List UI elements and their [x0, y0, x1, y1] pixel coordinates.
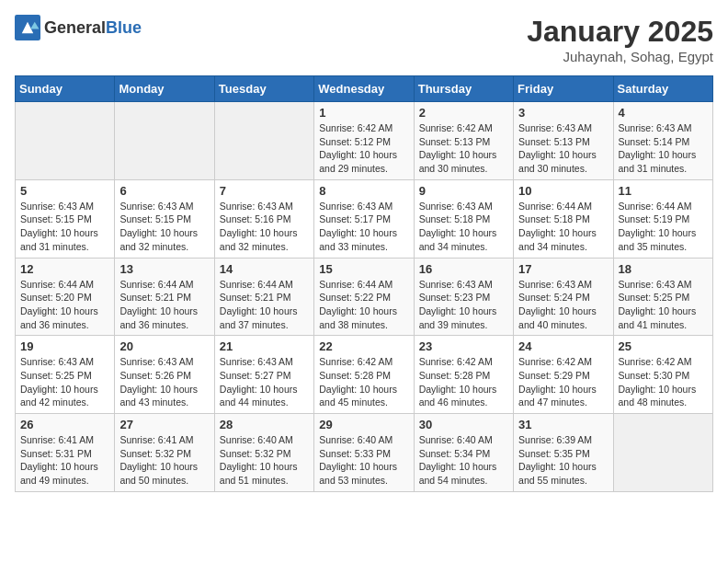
- day-info: Sunrise: 6:44 AM Sunset: 5:20 PM Dayligh…: [20, 278, 109, 332]
- day-number: 25: [619, 339, 708, 353]
- calendar-cell: 6Sunrise: 6:43 AM Sunset: 5:15 PM Daylig…: [115, 179, 214, 258]
- day-info: Sunrise: 6:44 AM Sunset: 5:21 PM Dayligh…: [220, 278, 309, 332]
- day-number: 29: [319, 418, 408, 431]
- calendar-cell: [16, 102, 115, 180]
- day-info: Sunrise: 6:40 AM Sunset: 5:34 PM Dayligh…: [419, 433, 508, 488]
- week-row-5: 26Sunrise: 6:41 AM Sunset: 5:31 PM Dayli…: [16, 414, 713, 492]
- day-number: 9: [419, 184, 508, 198]
- calendar-cell: [115, 102, 214, 180]
- calendar-cell: 29Sunrise: 6:40 AM Sunset: 5:33 PM Dayli…: [314, 414, 414, 492]
- calendar-cell: 18Sunrise: 6:43 AM Sunset: 5:25 PM Dayli…: [613, 258, 712, 336]
- day-info: Sunrise: 6:43 AM Sunset: 5:26 PM Dayligh…: [119, 355, 209, 409]
- day-number: 8: [319, 184, 408, 198]
- day-info: Sunrise: 6:44 AM Sunset: 5:22 PM Dayligh…: [319, 278, 408, 332]
- day-info: Sunrise: 6:43 AM Sunset: 5:25 PM Dayligh…: [20, 355, 109, 409]
- day-number: 26: [20, 418, 109, 431]
- calendar-cell: 15Sunrise: 6:44 AM Sunset: 5:22 PM Dayli…: [314, 258, 414, 336]
- week-row-4: 19Sunrise: 6:43 AM Sunset: 5:25 PM Dayli…: [16, 336, 713, 414]
- calendar-cell: 26Sunrise: 6:41 AM Sunset: 5:31 PM Dayli…: [16, 414, 115, 492]
- logo-general: General: [44, 18, 106, 37]
- day-info: Sunrise: 6:43 AM Sunset: 5:13 PM Dayligh…: [518, 121, 608, 176]
- calendar-cell: 17Sunrise: 6:43 AM Sunset: 5:24 PM Dayli…: [514, 258, 613, 336]
- day-info: Sunrise: 6:44 AM Sunset: 5:21 PM Dayligh…: [119, 278, 209, 332]
- weekday-header-friday: Friday: [514, 76, 613, 102]
- weekday-header-monday: Monday: [115, 76, 214, 102]
- day-info: Sunrise: 6:43 AM Sunset: 5:27 PM Dayligh…: [220, 355, 309, 409]
- day-info: Sunrise: 6:42 AM Sunset: 5:28 PM Dayligh…: [319, 355, 408, 409]
- calendar-cell: 20Sunrise: 6:43 AM Sunset: 5:26 PM Dayli…: [115, 336, 214, 414]
- calendar-cell: 4Sunrise: 6:43 AM Sunset: 5:14 PM Daylig…: [613, 102, 712, 180]
- calendar-cell: 11Sunrise: 6:44 AM Sunset: 5:19 PM Dayli…: [613, 179, 712, 258]
- day-number: 1: [319, 106, 408, 120]
- day-number: 18: [619, 262, 708, 276]
- day-number: 22: [319, 339, 408, 353]
- calendar-cell: 1Sunrise: 6:42 AM Sunset: 5:12 PM Daylig…: [314, 102, 414, 180]
- calendar-cell: 22Sunrise: 6:42 AM Sunset: 5:28 PM Dayli…: [314, 336, 414, 414]
- day-info: Sunrise: 6:44 AM Sunset: 5:19 PM Dayligh…: [619, 200, 708, 254]
- day-number: 3: [518, 106, 608, 120]
- day-number: 20: [119, 339, 209, 353]
- day-info: Sunrise: 6:40 AM Sunset: 5:33 PM Dayligh…: [319, 433, 408, 488]
- day-info: Sunrise: 6:42 AM Sunset: 5:28 PM Dayligh…: [419, 355, 508, 409]
- day-number: 16: [419, 262, 508, 276]
- calendar-cell: 12Sunrise: 6:44 AM Sunset: 5:20 PM Dayli…: [16, 258, 115, 336]
- page-header: GeneralBlue January 2025 Juhaynah, Sohag…: [15, 15, 713, 64]
- calendar-cell: 5Sunrise: 6:43 AM Sunset: 5:15 PM Daylig…: [16, 179, 115, 258]
- day-info: Sunrise: 6:43 AM Sunset: 5:15 PM Dayligh…: [119, 200, 209, 254]
- week-row-1: 1Sunrise: 6:42 AM Sunset: 5:12 PM Daylig…: [16, 102, 713, 180]
- day-info: Sunrise: 6:41 AM Sunset: 5:32 PM Dayligh…: [119, 433, 209, 488]
- weekday-header-sunday: Sunday: [16, 76, 115, 102]
- calendar-cell: 2Sunrise: 6:42 AM Sunset: 5:13 PM Daylig…: [414, 102, 513, 180]
- calendar-cell: 13Sunrise: 6:44 AM Sunset: 5:21 PM Dayli…: [115, 258, 214, 336]
- calendar-cell: 7Sunrise: 6:43 AM Sunset: 5:16 PM Daylig…: [214, 179, 313, 258]
- calendar-cell: 30Sunrise: 6:40 AM Sunset: 5:34 PM Dayli…: [414, 414, 513, 492]
- day-info: Sunrise: 6:43 AM Sunset: 5:14 PM Dayligh…: [619, 121, 708, 176]
- week-row-2: 5Sunrise: 6:43 AM Sunset: 5:15 PM Daylig…: [16, 179, 713, 258]
- weekday-header-tuesday: Tuesday: [214, 76, 313, 102]
- day-number: 13: [119, 262, 209, 276]
- day-number: 23: [419, 339, 508, 353]
- calendar-cell: 10Sunrise: 6:44 AM Sunset: 5:18 PM Dayli…: [514, 179, 613, 258]
- day-number: 12: [20, 262, 109, 276]
- day-number: 31: [518, 418, 608, 431]
- calendar-cell: 8Sunrise: 6:43 AM Sunset: 5:17 PM Daylig…: [314, 179, 414, 258]
- logo-blue: Blue: [106, 18, 142, 37]
- location-title: Juhaynah, Sohag, Egypt: [527, 49, 713, 64]
- weekday-header-thursday: Thursday: [414, 76, 513, 102]
- month-title: January 2025: [527, 15, 713, 49]
- calendar-cell: 24Sunrise: 6:42 AM Sunset: 5:29 PM Dayli…: [514, 336, 613, 414]
- week-row-3: 12Sunrise: 6:44 AM Sunset: 5:20 PM Dayli…: [16, 258, 713, 336]
- calendar-cell: [214, 102, 313, 180]
- day-info: Sunrise: 6:42 AM Sunset: 5:30 PM Dayligh…: [619, 355, 708, 409]
- calendar-cell: 19Sunrise: 6:43 AM Sunset: 5:25 PM Dayli…: [16, 336, 115, 414]
- calendar-cell: 3Sunrise: 6:43 AM Sunset: 5:13 PM Daylig…: [514, 102, 613, 180]
- calendar-cell: 16Sunrise: 6:43 AM Sunset: 5:23 PM Dayli…: [414, 258, 513, 336]
- day-info: Sunrise: 6:41 AM Sunset: 5:31 PM Dayligh…: [20, 433, 109, 488]
- weekday-header-wednesday: Wednesday: [314, 76, 414, 102]
- day-info: Sunrise: 6:43 AM Sunset: 5:18 PM Dayligh…: [419, 200, 508, 254]
- day-info: Sunrise: 6:42 AM Sunset: 5:29 PM Dayligh…: [518, 355, 608, 409]
- day-number: 30: [419, 418, 508, 431]
- day-info: Sunrise: 6:39 AM Sunset: 5:35 PM Dayligh…: [518, 433, 608, 488]
- logo-icon: [15, 15, 40, 40]
- weekday-header-saturday: Saturday: [613, 76, 712, 102]
- day-number: 11: [619, 184, 708, 198]
- day-info: Sunrise: 6:40 AM Sunset: 5:32 PM Dayligh…: [220, 433, 309, 488]
- day-number: 14: [220, 262, 309, 276]
- day-number: 2: [419, 106, 508, 120]
- calendar-cell: 28Sunrise: 6:40 AM Sunset: 5:32 PM Dayli…: [214, 414, 313, 492]
- day-info: Sunrise: 6:43 AM Sunset: 5:23 PM Dayligh…: [419, 278, 508, 332]
- day-number: 5: [20, 184, 109, 198]
- calendar-cell: 31Sunrise: 6:39 AM Sunset: 5:35 PM Dayli…: [514, 414, 613, 492]
- calendar-cell: 14Sunrise: 6:44 AM Sunset: 5:21 PM Dayli…: [214, 258, 313, 336]
- calendar-cell: [613, 414, 712, 492]
- day-number: 4: [619, 106, 708, 120]
- day-number: 17: [518, 262, 608, 276]
- logo: GeneralBlue: [15, 15, 142, 40]
- day-info: Sunrise: 6:42 AM Sunset: 5:13 PM Dayligh…: [419, 121, 508, 176]
- day-number: 24: [518, 339, 608, 353]
- day-number: 10: [518, 184, 608, 198]
- calendar-cell: 21Sunrise: 6:43 AM Sunset: 5:27 PM Dayli…: [214, 336, 313, 414]
- day-info: Sunrise: 6:42 AM Sunset: 5:12 PM Dayligh…: [319, 121, 408, 176]
- calendar-table: SundayMondayTuesdayWednesdayThursdayFrid…: [15, 75, 713, 492]
